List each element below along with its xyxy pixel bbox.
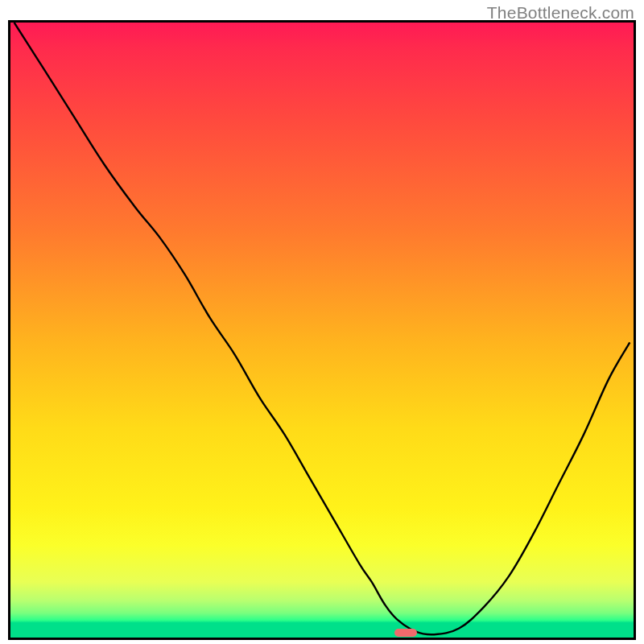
chart-container: TheBottleneck.com: [0, 0, 644, 644]
heat-gradient-background: [10, 23, 634, 638]
optimal-marker: [394, 629, 417, 638]
plot-frame: [8, 20, 636, 640]
